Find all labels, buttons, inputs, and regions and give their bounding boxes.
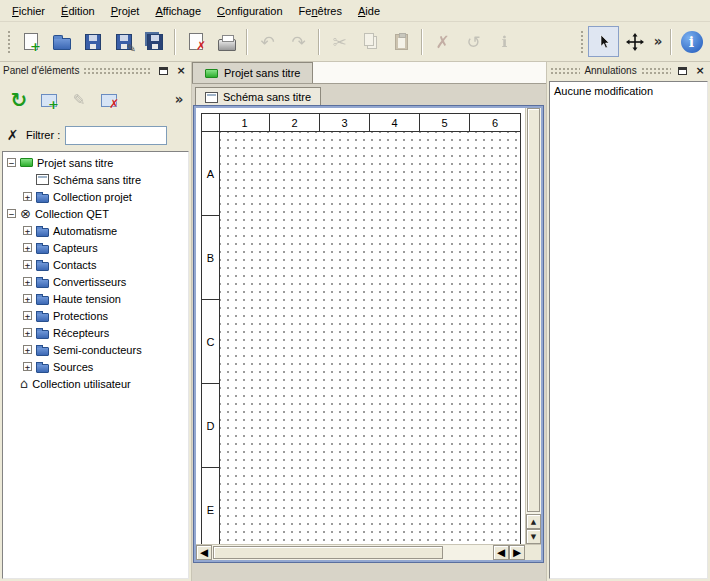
paste-button <box>386 26 417 57</box>
toolbar-separator <box>174 29 176 55</box>
expand-expander-icon[interactable] <box>23 345 32 354</box>
menu-affichage[interactable]: Affichage <box>147 2 209 20</box>
tree-item-recepteurs[interactable]: Récepteurs <box>3 324 188 341</box>
tree-item-schema-sans-titre[interactable]: Schéma sans titre <box>3 171 188 188</box>
vertical-scrollbar[interactable] <box>525 108 541 544</box>
expand-expander-icon[interactable] <box>23 311 32 320</box>
float-panel-button[interactable] <box>156 64 170 77</box>
tab-projet-sans-titre[interactable]: Projet sans titre <box>192 62 313 83</box>
new-project-button[interactable] <box>15 26 46 57</box>
menu-fichier[interactable]: Fichier <box>4 2 53 20</box>
cut-button <box>324 26 355 57</box>
grid-dots-canvas[interactable] <box>220 132 520 544</box>
toolbar-grip[interactable] <box>579 29 585 55</box>
scroll-left-button[interactable] <box>196 545 212 560</box>
tree-item-haute-tension[interactable]: Haute tension <box>3 290 188 307</box>
menu-aide[interactable]: Aide <box>350 2 388 20</box>
toolbar-separator <box>670 29 672 55</box>
tree-item-automatisme[interactable]: Automatisme <box>3 222 188 239</box>
undo-history-list[interactable]: Aucune modification <box>549 81 708 579</box>
tree-item-projet-sans-titre[interactable]: Projet sans titre <box>3 154 188 171</box>
menu-configuration[interactable]: Configuration <box>209 2 290 20</box>
expand-expander-icon[interactable] <box>23 328 32 337</box>
vertical-scroll-thumb[interactable] <box>527 108 540 512</box>
scroll-left-button-2[interactable] <box>493 545 509 560</box>
help-about-button[interactable] <box>676 26 707 57</box>
toolbar-overflow-button[interactable]: » <box>650 29 666 55</box>
folder-icon <box>36 330 49 339</box>
reload-collections-button[interactable] <box>4 85 34 115</box>
save-as-button[interactable] <box>108 26 139 57</box>
undo-panel-dock: Annulations Aucune modification <box>546 62 710 581</box>
scroll-right-button[interactable] <box>509 545 525 560</box>
tree-item-semi-conducteurs[interactable]: Semi-conducteurs <box>3 341 188 358</box>
tab-schema-sans-titre[interactable]: Schéma sans titre <box>195 87 321 106</box>
tree-item-convertisseurs[interactable]: Convertisseurs <box>3 273 188 290</box>
tree-item-label: Contacts <box>53 259 96 271</box>
toolbar-separator <box>421 29 423 55</box>
mdi-area: Schéma sans titre 1 2 3 4 5 <box>192 84 546 581</box>
close-panel-button[interactable] <box>174 64 188 77</box>
expand-expander-icon[interactable] <box>23 226 32 235</box>
horizontal-scrollbar[interactable] <box>196 545 525 560</box>
project-tab-label: Projet sans titre <box>224 67 300 79</box>
copy-button <box>355 26 386 57</box>
save-all-button[interactable] <box>139 26 170 57</box>
expand-expander-icon[interactable] <box>23 260 32 269</box>
arrow-down-icon <box>531 533 536 541</box>
element-info-button <box>489 26 520 57</box>
main-toolbar: » <box>0 22 710 62</box>
horizontal-scroll-track[interactable] <box>212 545 493 560</box>
horizontal-scroll-thumb[interactable] <box>213 546 443 559</box>
filter-input[interactable] <box>65 126 167 145</box>
panel-overflow-button[interactable]: » <box>171 87 187 113</box>
tree-item-protections[interactable]: Protections <box>3 307 188 324</box>
scroll-up-button[interactable] <box>526 514 541 529</box>
tree-item-collection-qet[interactable]: Collection QET <box>3 205 188 222</box>
selection-mode-button[interactable] <box>588 26 619 57</box>
pencil-badge-icon <box>127 43 136 54</box>
diagram-canvas[interactable]: 1 2 3 4 5 6 A B C D E <box>196 108 525 544</box>
floppy-stack-icon <box>147 34 163 50</box>
undo-panel-title: Annulations <box>584 65 636 76</box>
clear-filter-icon[interactable] <box>4 128 21 143</box>
toolbar-grip[interactable] <box>6 29 12 55</box>
dock-grip[interactable] <box>641 67 671 75</box>
pencil-icon <box>73 91 86 109</box>
dock-grip[interactable] <box>550 67 580 75</box>
collapse-expander-icon[interactable] <box>7 158 16 167</box>
expand-expander-icon[interactable] <box>23 243 32 252</box>
arrow-right-icon <box>510 545 523 560</box>
edit-element-button <box>64 85 94 115</box>
print-button[interactable] <box>211 26 242 57</box>
tree-item-label: Convertisseurs <box>53 276 126 288</box>
menu-projet[interactable]: Projet <box>103 2 148 20</box>
home-icon <box>20 377 28 390</box>
tree-item-collection-projet[interactable]: Collection projet <box>3 188 188 205</box>
expand-expander-icon[interactable] <box>23 192 32 201</box>
schema-view-area: 1 2 3 4 5 6 A B C D E <box>196 108 541 544</box>
red-cross-badge-icon <box>196 40 206 52</box>
expand-expander-icon[interactable] <box>23 362 32 371</box>
dock-grip[interactable] <box>83 67 152 75</box>
menu-fenetres[interactable]: Fenêtres <box>291 2 350 20</box>
tree-item-contacts[interactable]: Contacts <box>3 256 188 273</box>
tree-item-sources[interactable]: Sources <box>3 358 188 375</box>
collapse-expander-icon[interactable] <box>7 209 16 218</box>
new-element-button[interactable] <box>34 85 64 115</box>
delete-element-button[interactable] <box>94 85 124 115</box>
menu-edition[interactable]: Édition <box>53 2 103 20</box>
float-panel-button[interactable] <box>675 64 689 77</box>
scroll-down-button[interactable] <box>526 529 541 544</box>
vertical-scroll-track[interactable] <box>526 108 541 514</box>
tree-item-collection-utilisateur[interactable]: Collection utilisateur <box>3 375 188 392</box>
open-project-button[interactable] <box>46 26 77 57</box>
tree-item-capteurs[interactable]: Capteurs <box>3 239 188 256</box>
expand-expander-icon[interactable] <box>23 294 32 303</box>
expand-expander-icon[interactable] <box>23 277 32 286</box>
pan-mode-button[interactable] <box>619 26 650 57</box>
ruler-column-label: 6 <box>470 114 520 132</box>
save-button[interactable] <box>77 26 108 57</box>
close-panel-button[interactable] <box>693 64 707 77</box>
close-project-button[interactable] <box>180 26 211 57</box>
